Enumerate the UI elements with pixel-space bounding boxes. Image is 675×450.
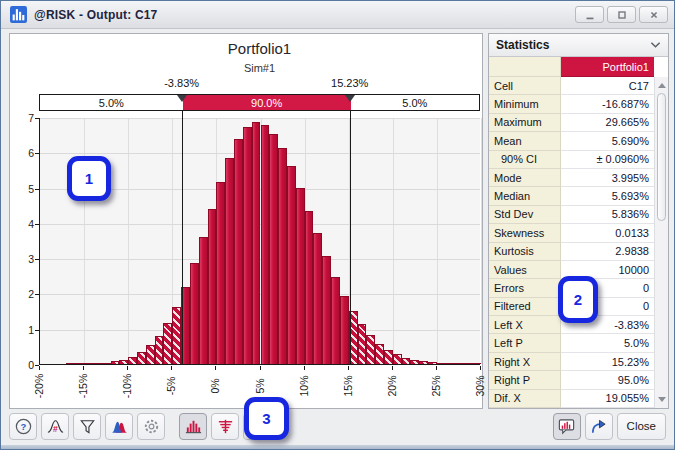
histogram-bar [75, 363, 84, 364]
histogram-bar [190, 263, 199, 364]
statistic-label: 90% CI [489, 151, 561, 169]
histogram-bar [305, 211, 314, 364]
statistics-header-label: Statistics [496, 38, 549, 52]
statistics-column-header-row: Portfolio1 [489, 57, 654, 77]
x-axis-tick-label: -15% [76, 366, 90, 406]
scroll-up-icon[interactable] [658, 83, 666, 88]
statistic-label: Mode [489, 169, 561, 187]
histogram-bar [172, 307, 181, 364]
statistic-value: 5.0% [561, 334, 654, 352]
define-distribution-button[interactable]: # [41, 413, 69, 440]
statistic-label: Cell [489, 77, 561, 95]
histogram-bar [358, 324, 367, 364]
overlay-button[interactable] [105, 413, 133, 440]
histogram-bar [102, 363, 111, 364]
y-axis-tick-mark [35, 153, 39, 154]
histogram-bar [243, 127, 252, 364]
edit-callout-button[interactable] [585, 413, 613, 440]
statistic-value: -16.687% [561, 95, 654, 113]
right-delimiter-line[interactable] [350, 111, 351, 365]
y-axis-tick-mark [35, 224, 39, 225]
left-delimiter-handle[interactable] [177, 95, 187, 102]
statistic-label: Minimum [489, 95, 561, 113]
histogram-bar [331, 277, 340, 364]
statistic-value: 5.690% [561, 132, 654, 150]
scrollbar-thumb[interactable] [657, 93, 666, 221]
close-icon [648, 9, 660, 21]
close-window-button[interactable] [639, 6, 668, 23]
histogram-bar [234, 139, 243, 364]
histogram-bar [472, 363, 481, 364]
statistic-label: Filtered [489, 298, 561, 316]
overlay-icon [110, 417, 129, 436]
statistic-label: Maximum [489, 114, 561, 132]
statistic-value: 5.693% [561, 187, 654, 205]
histogram-bar [66, 363, 75, 364]
statistics-corner-cell [489, 57, 561, 77]
histogram-bar [278, 148, 287, 364]
histogram-bar [463, 363, 472, 364]
histogram-bar [455, 363, 464, 364]
statistic-value: 19.055% [561, 390, 654, 408]
statistics-scrollbar[interactable] [654, 77, 668, 408]
close-button[interactable]: Close [617, 413, 666, 440]
y-axis-tick-mark [35, 189, 39, 190]
histogram-bar [419, 361, 428, 364]
histogram-bar [199, 237, 208, 364]
histogram-button[interactable] [179, 413, 207, 440]
statistics-row: CellC17 [489, 77, 654, 95]
statistic-label: Dif. X [489, 390, 561, 408]
statistic-value: 3.995% [561, 169, 654, 187]
x-axis-tick-label: 15% [341, 366, 355, 406]
y-axis-tick-label: 4 [16, 218, 34, 230]
y-axis-tick-mark [35, 294, 39, 295]
x-axis-tick-label: 10% [297, 366, 311, 406]
histogram-bar [111, 361, 120, 364]
statistic-label: Errors [489, 279, 561, 297]
callout-chart-button[interactable] [553, 413, 581, 440]
statistic-label: Mean [489, 132, 561, 150]
window-title: @RISK - Output: C17 [34, 8, 158, 22]
help-button[interactable]: ? [9, 413, 37, 440]
x-axis-tick-label: 30% [473, 366, 487, 406]
app-icon [10, 6, 27, 23]
statistic-value: C17 [561, 77, 654, 95]
filter-icon [78, 417, 97, 436]
statistics-table: Portfolio1 CellC17Minimum-16.687%Maximum… [489, 57, 654, 408]
probability-band: 5.0% 90.0% 5.0% [39, 94, 480, 111]
histogram-bar [410, 360, 419, 364]
gridline-vertical [393, 118, 394, 364]
settings-button[interactable] [137, 413, 165, 440]
tornado-button[interactable] [211, 413, 239, 440]
scroll-down-icon[interactable] [658, 397, 666, 402]
svg-text:#: # [53, 423, 58, 433]
statistic-value: 0.0133 [561, 224, 654, 242]
statistic-value: 15.23% [561, 353, 654, 371]
statistic-label: Std Dev [489, 206, 561, 224]
histogram-bar [287, 166, 296, 364]
minimize-button[interactable] [575, 6, 604, 23]
statistics-row: Right P95.0% [489, 371, 654, 389]
maximize-button[interactable] [607, 6, 636, 23]
gridline-vertical [84, 118, 85, 364]
edit-callout-icon [589, 417, 608, 436]
statistics-dropdown[interactable]: Statistics [489, 34, 668, 57]
filter-button[interactable] [73, 413, 101, 440]
histogram-bar [313, 233, 322, 364]
histogram-bar [119, 360, 128, 364]
histogram-bar [393, 354, 402, 364]
window-bottom-frame [1, 445, 674, 449]
left-delimiter-line[interactable] [182, 111, 183, 365]
histogram-bar [216, 182, 225, 364]
statistics-row: Std Dev5.836% [489, 206, 654, 224]
x-axis-tick-label: -10% [120, 366, 134, 406]
right-delimiter-handle[interactable] [345, 95, 355, 102]
statistics-row: Kurtosis2.9838 [489, 243, 654, 261]
tornado-icon [216, 417, 235, 436]
gridline-horizontal [40, 118, 480, 119]
statistic-label: Median [489, 187, 561, 205]
statistics-row: Maximum29.665% [489, 114, 654, 132]
chevron-down-icon [650, 41, 661, 49]
help-icon: ? [14, 417, 33, 436]
left-delimiter-value: -3.83% [164, 77, 199, 89]
